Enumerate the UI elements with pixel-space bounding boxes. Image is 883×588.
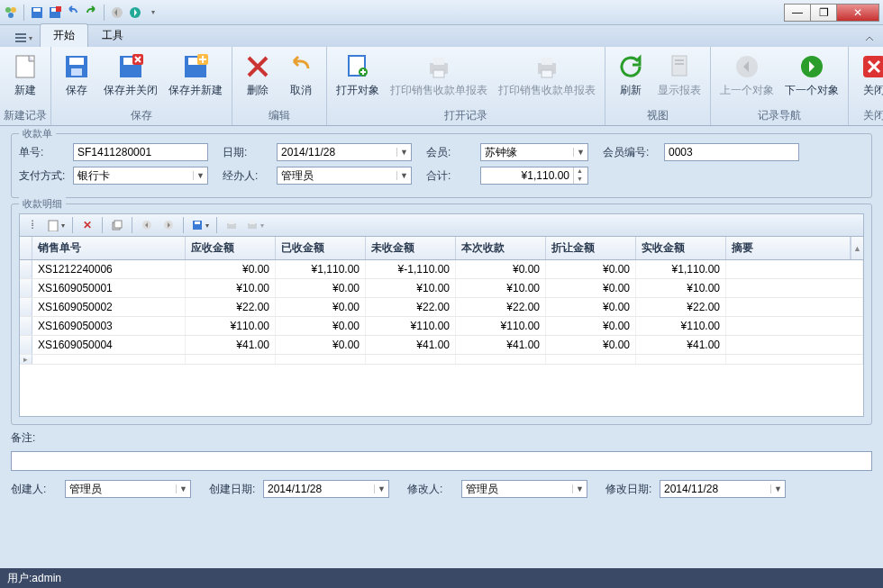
cell-sn: XS1609050004 bbox=[32, 336, 186, 354]
row-indicator bbox=[20, 336, 32, 354]
next-icon bbox=[797, 52, 826, 81]
chevron-down-icon[interactable]: ▼ bbox=[572, 484, 587, 493]
qa-customize-icon[interactable]: ▾ bbox=[146, 5, 160, 20]
tb-save-button[interactable] bbox=[189, 216, 211, 234]
tb-prev-button[interactable] bbox=[138, 216, 156, 234]
ribbon-file-menu[interactable]: ▾ bbox=[7, 29, 40, 47]
chevron-down-icon[interactable]: ▼ bbox=[176, 484, 190, 493]
scroll-up-icon[interactable]: ▲ bbox=[851, 237, 863, 259]
save-close-button[interactable]: 保存并关闭 bbox=[98, 49, 163, 102]
cell-due: ¥110.00 bbox=[186, 317, 276, 335]
tb-print-dd-button[interactable] bbox=[244, 216, 266, 234]
tb-new-row-button[interactable] bbox=[45, 216, 67, 234]
modifier-select[interactable]: 管理员▼ bbox=[461, 480, 587, 498]
remarks-label: 备注: bbox=[11, 430, 58, 446]
col-header[interactable]: 应收金额 bbox=[186, 237, 276, 259]
modify-date-input[interactable]: 2014/11/28▼ bbox=[660, 480, 786, 498]
tb-delete-row-button[interactable]: ✕ bbox=[78, 216, 96, 234]
row-indicator bbox=[20, 317, 32, 335]
detail-legend: 收款明细 bbox=[19, 197, 66, 211]
col-header[interactable]: 已收金额 bbox=[276, 237, 366, 259]
table-row[interactable]: XS1609050001¥10.00¥0.00¥10.00¥10.00¥0.00… bbox=[20, 279, 863, 298]
cell-paid: ¥0.00 bbox=[276, 317, 366, 335]
svg-rect-43 bbox=[195, 222, 200, 224]
undo-icon bbox=[287, 52, 315, 81]
member-no-input[interactable] bbox=[664, 143, 799, 161]
title-bar: ▾ — ❐ ✕ bbox=[0, 0, 883, 25]
ribbon-btn-label: 下一个对象 bbox=[785, 83, 839, 98]
tb-next-button[interactable] bbox=[159, 216, 178, 234]
next-button[interactable]: 下一个对象 bbox=[779, 49, 844, 102]
col-header[interactable]: 摘要 bbox=[726, 237, 851, 259]
save-button[interactable]: 保存 bbox=[55, 49, 98, 102]
chevron-down-icon[interactable]: ▼ bbox=[396, 171, 411, 180]
operator-select[interactable]: 管理员▼ bbox=[277, 167, 412, 185]
save-new-button[interactable]: 保存并新建 bbox=[163, 49, 228, 102]
cell-unpaid: ¥110.00 bbox=[366, 317, 456, 335]
qa-save-close-icon[interactable] bbox=[48, 5, 62, 20]
svg-point-0 bbox=[5, 7, 11, 13]
chevron-down-icon[interactable]: ▼ bbox=[573, 148, 587, 157]
svg-point-2 bbox=[8, 13, 14, 18]
maximize-button[interactable]: ❐ bbox=[810, 4, 837, 22]
date-input[interactable]: 2014/11/28▼ bbox=[277, 143, 412, 161]
ribbon-btn-label: 保存 bbox=[66, 83, 87, 98]
delete-button[interactable]: 删除 bbox=[236, 49, 279, 102]
pay-method-select[interactable]: 银行卡▼ bbox=[73, 167, 208, 185]
table-row[interactable]: XS1609050004¥41.00¥0.00¥41.00¥41.00¥0.00… bbox=[20, 336, 863, 355]
qa-undo-icon[interactable] bbox=[66, 5, 80, 20]
qa-prev-icon[interactable] bbox=[110, 5, 124, 20]
col-header[interactable]: 折让金额 bbox=[546, 237, 636, 259]
operator-label: 经办人: bbox=[223, 168, 269, 184]
create-date-input[interactable]: 2014/11/28▼ bbox=[263, 480, 389, 498]
remarks-input[interactable] bbox=[11, 451, 872, 471]
member-input[interactable]: 苏钟缘▼ bbox=[480, 143, 588, 161]
grid-new-row[interactable]: ▸ bbox=[20, 355, 863, 365]
table-row[interactable]: XS1212240006¥0.00¥1,110.00¥-1,110.00¥0.0… bbox=[20, 260, 863, 279]
chevron-down-icon[interactable]: ▼ bbox=[770, 484, 785, 493]
spin-down-icon[interactable]: ▼ bbox=[574, 176, 586, 184]
chevron-down-icon[interactable]: ▼ bbox=[193, 171, 207, 180]
spin-up-icon[interactable]: ▲ bbox=[574, 167, 586, 176]
cell-this: ¥22.00 bbox=[456, 298, 546, 316]
detail-grid[interactable]: 销售单号 应收金额 已收金额 未收金额 本次收款 折让金额 实收金额 摘要 ▲ … bbox=[19, 237, 864, 417]
receipt-fieldset: 收款单 单号: 日期: 2014/11/28▼ 会员: 苏钟缘▼ 会员编号: 支… bbox=[11, 133, 872, 198]
tab-tools[interactable]: 工具 bbox=[88, 23, 137, 47]
status-user: admin bbox=[32, 572, 61, 584]
creator-select[interactable]: 管理员▼ bbox=[65, 480, 191, 498]
qa-next-icon[interactable] bbox=[128, 5, 142, 20]
ribbon-group: 新建新建记录 bbox=[0, 47, 51, 125]
close-window-button[interactable]: ✕ bbox=[836, 4, 879, 22]
col-header[interactable]: 销售单号 bbox=[32, 237, 186, 259]
chevron-down-icon[interactable]: ▼ bbox=[374, 484, 388, 493]
svg-rect-32 bbox=[675, 59, 684, 61]
qa-redo-icon[interactable] bbox=[84, 5, 98, 20]
svg-rect-4 bbox=[33, 8, 41, 12]
tab-start[interactable]: 开始 bbox=[40, 23, 88, 47]
minimize-button[interactable]: — bbox=[784, 4, 811, 22]
total-label: 合计: bbox=[426, 168, 473, 184]
detail-fieldset: 收款明细 ⦙ ✕ 销售单号 应收金额 已收金额 未收金额 bbox=[11, 204, 872, 425]
tb-print-button[interactable] bbox=[223, 216, 241, 234]
close-button[interactable]: 关闭 bbox=[852, 49, 883, 102]
ribbon-btn-label: 打开对象 bbox=[336, 83, 379, 98]
refresh-button[interactable]: 刷新 bbox=[609, 49, 652, 102]
chevron-down-icon[interactable]: ▼ bbox=[396, 148, 411, 157]
cell-paid: ¥1,110.00 bbox=[276, 260, 366, 278]
tb-copy-button[interactable] bbox=[108, 216, 126, 234]
svg-point-1 bbox=[11, 7, 16, 13]
table-row[interactable]: XS1609050003¥110.00¥0.00¥110.00¥110.00¥0… bbox=[20, 317, 863, 336]
cell-due: ¥10.00 bbox=[186, 279, 276, 297]
open-button[interactable]: 打开对象 bbox=[331, 49, 385, 102]
row-indicator bbox=[20, 279, 32, 297]
new-button[interactable]: 新建 bbox=[4, 49, 47, 102]
ribbon-collapse-button[interactable] bbox=[856, 31, 883, 47]
table-row[interactable]: XS1609050002¥22.00¥0.00¥22.00¥22.00¥0.00… bbox=[20, 298, 863, 317]
qa-save-icon[interactable] bbox=[30, 5, 44, 20]
tb-indent-icon[interactable]: ⦙ bbox=[23, 216, 41, 234]
col-header[interactable]: 本次收款 bbox=[456, 237, 546, 259]
col-header[interactable]: 实收金额 bbox=[636, 237, 726, 259]
bill-no-input[interactable] bbox=[73, 143, 208, 161]
undo-button[interactable]: 取消 bbox=[279, 49, 323, 102]
col-header[interactable]: 未收金额 bbox=[366, 237, 456, 259]
